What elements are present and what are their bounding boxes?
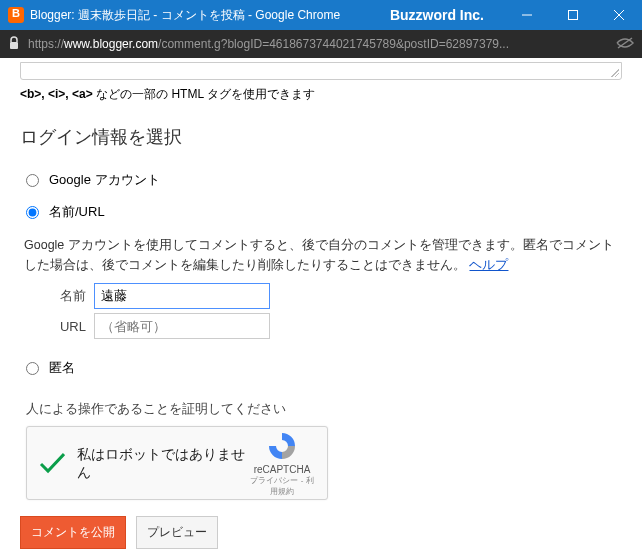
radio-nameurl-label: 名前/URL xyxy=(49,203,105,221)
radio-google[interactable]: Google アカウント xyxy=(26,171,622,189)
url-row: URL xyxy=(36,313,622,339)
recaptcha-label: 私はロボットではありません xyxy=(77,445,247,481)
publish-button[interactable]: コメントを公開 xyxy=(20,516,126,549)
radio-anon-label: 匿名 xyxy=(49,359,75,377)
url-input[interactable] xyxy=(94,313,270,339)
lock-icon xyxy=(8,36,20,53)
html-hint: <b>, <i>, <a> などの一部の HTML タグを使用できます xyxy=(20,86,622,103)
svg-rect-1 xyxy=(569,11,578,20)
minimize-button[interactable] xyxy=(504,0,550,30)
radio-google-label: Google アカウント xyxy=(49,171,160,189)
name-input[interactable] xyxy=(94,283,270,309)
name-label: 名前 xyxy=(36,287,86,305)
recaptcha-widget[interactable]: 私はロボットではありません reCAPTCHA プライバシー - 利用規約 xyxy=(26,426,328,500)
radio-google-input[interactable] xyxy=(26,174,39,187)
button-row: コメントを公開 プレビュー xyxy=(20,516,622,549)
checkmark-icon xyxy=(37,449,65,477)
recaptcha-name: reCAPTCHA xyxy=(247,464,317,475)
incognito-icon[interactable] xyxy=(616,36,634,53)
address-bar[interactable]: https://www.blogger.com/comment.g?blogID… xyxy=(0,30,642,58)
comment-textarea[interactable] xyxy=(20,62,622,80)
radio-anon-input[interactable] xyxy=(26,362,39,375)
svg-rect-4 xyxy=(10,42,18,49)
window-brand: Buzzword Inc. xyxy=(390,7,484,23)
help-link[interactable]: ヘルプ xyxy=(469,258,508,272)
url-label: URL xyxy=(36,319,86,334)
identity-description: Google アカウントを使用してコメントすると、後で自分のコメントを管理できま… xyxy=(24,235,618,275)
radio-anon[interactable]: 匿名 xyxy=(26,359,622,377)
maximize-button[interactable] xyxy=(550,0,596,30)
radio-nameurl-input[interactable] xyxy=(26,206,39,219)
window-titlebar: Blogger: 週末散歩日記 - コメントを投稿 - Google Chrom… xyxy=(0,0,642,30)
page-content: <b>, <i>, <a> などの一部の HTML タグを使用できます ログイン… xyxy=(0,58,642,560)
radio-nameurl[interactable]: 名前/URL xyxy=(26,203,622,221)
preview-button[interactable]: プレビュー xyxy=(136,516,218,549)
blogger-icon xyxy=(8,7,24,23)
recaptcha-logo-icon xyxy=(266,430,298,462)
verify-label: 人による操作であることを証明してください xyxy=(26,401,622,418)
close-button[interactable] xyxy=(596,0,642,30)
window-title: Blogger: 週末散歩日記 - コメントを投稿 - Google Chrom… xyxy=(30,7,340,24)
name-row: 名前 xyxy=(36,283,622,309)
url-text: https://www.blogger.com/comment.g?blogID… xyxy=(28,37,608,51)
recaptcha-brand: reCAPTCHA プライバシー - 利用規約 xyxy=(247,430,317,497)
section-title: ログイン情報を選択 xyxy=(20,125,622,149)
recaptcha-terms[interactable]: プライバシー - 利用規約 xyxy=(247,475,317,497)
